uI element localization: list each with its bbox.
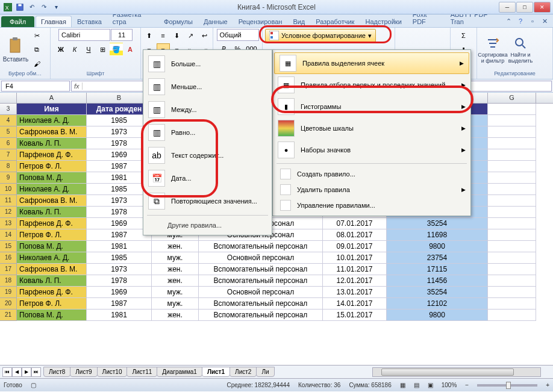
cell[interactable] [488,184,536,195]
cell[interactable]: 1969 [87,218,152,229]
cell[interactable] [488,298,536,310]
orientation-icon[interactable]: ↗ [184,29,198,42]
file-tab[interactable]: Файл [1,16,34,27]
sheet-tab[interactable]: Лист11 [127,367,157,377]
cell[interactable]: 1987 [87,161,152,172]
cell[interactable]: Петров Ф. Л. [17,229,87,241]
rule-equal-to[interactable]: ▥Равно... [143,121,272,144]
cell[interactable]: 11698 [387,229,488,241]
cell[interactable] [488,287,536,298]
cell[interactable]: 15.01.2017 [323,310,387,321]
cell[interactable]: 1987 [87,229,152,241]
cell[interactable]: муж. [152,287,199,298]
cell[interactable]: Коваль Л. П. [17,207,87,218]
cell[interactable] [488,115,536,126]
cell[interactable]: 35254 [387,287,488,298]
row-header[interactable]: 9 [0,172,17,184]
cell[interactable] [488,138,536,149]
cell[interactable]: 08.01.2017 [323,229,387,241]
cell[interactable]: 1987 [87,298,152,310]
cell[interactable]: 07.01.2017 [323,218,387,229]
row-header[interactable]: 8 [0,161,17,172]
cell[interactable]: 13.01.2017 [323,287,387,298]
sheet-tab[interactable]: Ли [256,367,274,377]
align-middle-icon[interactable]: ≡ [157,29,170,42]
sheet-tab[interactable]: Лист1 [202,367,230,377]
cell[interactable]: Основной персонал [199,252,323,264]
cell[interactable]: Вспомогательный персонал [199,241,323,252]
maximize-button[interactable]: □ [516,2,533,13]
cell[interactable] [488,104,536,115]
cell[interactable]: 1981 [87,172,152,184]
sheet-tab[interactable]: Лист2 [230,367,257,377]
cell[interactable]: Вспомогательный персонал [199,264,323,275]
row-header[interactable]: 16 [0,252,17,264]
row-header[interactable]: 6 [0,138,17,149]
cell[interactable]: Парфенов Д. Ф. [17,149,87,161]
cell[interactable]: Коваль Л. П. [17,138,87,149]
cf-color-scales[interactable]: Цветовые шкалы▶ [273,117,470,139]
qat-more-icon[interactable]: ▾ [51,2,61,13]
sheet-nav-prev-icon[interactable]: ◀ [12,367,22,377]
cell[interactable]: 1973 [87,126,152,138]
cell[interactable]: 1985 [87,184,152,195]
row-header[interactable]: 11 [0,195,17,207]
cell[interactable]: 1978 [87,138,152,149]
view-layout-icon[interactable]: ▤ [414,382,419,388]
cell[interactable]: Вспомогательный персонал [199,310,323,321]
cell[interactable]: 1973 [87,195,152,207]
row-header[interactable]: 17 [0,264,17,275]
font-name-select[interactable]: Calibri [58,29,110,41]
cell[interactable] [488,195,536,207]
cell[interactable] [488,264,536,275]
sheet-tab[interactable]: Лист9 [70,367,97,377]
rule-duplicate[interactable]: ⧉Повторяющиеся значения... [143,190,272,213]
sheet-nav-next-icon[interactable]: ▶ [22,367,31,377]
cell[interactable]: жен. [152,241,199,252]
tab-addins[interactable]: Надстройки [360,16,407,27]
cell[interactable]: Петров Ф. Л. [17,161,87,172]
cell[interactable]: 11.01.2017 [323,264,387,275]
cell[interactable] [488,126,536,138]
cell[interactable]: 1973 [87,264,152,275]
cell[interactable]: жен. [152,310,199,321]
status-macro-icon[interactable]: ▢ [31,382,36,388]
cell[interactable]: 12.01.2017 [323,275,387,287]
font-size-select[interactable]: 11 [111,29,133,41]
sheet-nav-first-icon[interactable]: ⏮ [2,367,12,377]
cell[interactable]: 23754 [387,252,488,264]
cell[interactable]: Петров Ф. Л. [17,298,87,310]
conditional-formatting-button[interactable]: Условное форматирование ▾ [265,29,376,42]
tab-home[interactable]: Главная [36,16,72,27]
minimize-ribbon-icon[interactable]: ⌃ [504,17,513,27]
sheet-tab[interactable]: Диаграмма1 [157,367,202,377]
select-all-corner[interactable] [0,93,17,103]
cell[interactable]: 1978 [87,275,152,287]
cell[interactable]: жен. [152,264,199,275]
cell[interactable] [488,218,536,229]
cell[interactable]: муж. [152,298,199,310]
row-header[interactable]: 5 [0,126,17,138]
row-header[interactable]: 4 [0,115,17,126]
cell[interactable]: 9800 [387,310,488,321]
fill-color-icon[interactable]: 🪣 [110,43,123,56]
close-button[interactable]: ✕ [534,2,551,13]
rule-between[interactable]: ▥Между... [143,98,272,121]
cell[interactable]: Николаев А. Д. [17,184,87,195]
cell[interactable]: Николаев А. Д. [17,252,87,264]
rule-text-contains[interactable]: abТекст содержит... [143,144,272,167]
close-doc-icon[interactable]: ✕ [540,17,549,27]
cell[interactable]: муж. [152,252,199,264]
sheet-tab[interactable]: Лист8 [43,367,70,377]
cell[interactable]: 14.01.2017 [323,298,387,310]
find-select-button[interactable]: Найти и выделить [507,30,534,70]
align-top-icon[interactable]: ⬆ [143,29,156,42]
cell[interactable]: Вспомогательный персонал [199,275,323,287]
view-pagebreak-icon[interactable]: ▣ [428,382,433,388]
minimize-button[interactable]: ─ [499,2,516,13]
sheet-nav-last-icon[interactable]: ⏭ [31,367,41,377]
paste-button[interactable]: Вставить [2,30,29,70]
cf-new-rule[interactable]: Создать правило... [273,166,470,182]
redo-icon[interactable]: ↷ [39,2,49,13]
tab-insert[interactable]: Вставка [72,16,107,27]
